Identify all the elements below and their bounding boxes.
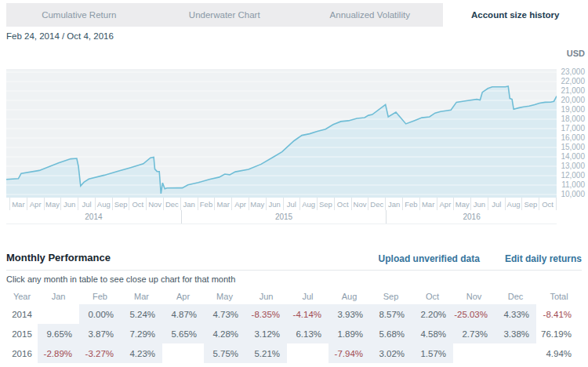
month-return-cell-2014-jan (38, 304, 79, 324)
month-tick-label: Apr (27, 198, 45, 210)
month-return-cell-2016-jan[interactable]: -2.89% (38, 343, 79, 363)
month-tick-label: Aug (506, 198, 523, 210)
currency-axis-label: USD (554, 49, 585, 58)
total-return-2016: 4.94% (536, 343, 582, 363)
row-year-2015: 2015 (6, 324, 38, 343)
month-return-cell-2014-jul[interactable]: -4.14% (287, 304, 328, 324)
month-tick-label: Dec (368, 198, 386, 210)
year-tick-label-2014: 2014 (6, 210, 181, 223)
month-tick-label: Mar (420, 198, 437, 210)
y-tick-label: 16,000 (558, 133, 585, 142)
column-header-feb: Feb (79, 289, 121, 304)
column-header-aug: Aug (328, 289, 370, 304)
y-tick-label: 17,000 (558, 124, 585, 133)
y-tick-label: 14,000 (558, 152, 585, 161)
month-return-cell-2014-may[interactable]: 4.73% (204, 304, 245, 324)
y-tick-label: 10,000 (558, 190, 585, 198)
tab-underwater-chart[interactable]: Underwater Chart (152, 3, 298, 27)
date-range-label: Feb 24, 2014 / Oct 4, 2016 (6, 31, 114, 41)
month-tick-label: Nov (147, 198, 164, 210)
month-tick-label: Mar (10, 198, 27, 210)
month-return-cell-2015-jul[interactable]: 6.13% (287, 324, 328, 343)
month-tick-label: Oct (539, 198, 557, 210)
tab-account-size-history[interactable]: Account size history (443, 3, 588, 27)
month-tick-label: May (454, 198, 471, 210)
month-tick-label: Apr (232, 198, 249, 210)
month-return-cell-2016-nov (453, 343, 495, 363)
edit-daily-returns-link[interactable]: Edit daily returns (505, 253, 582, 264)
month-tick-label: Jan (181, 198, 198, 210)
upload-unverified-data-link[interactable]: Upload unverified data (379, 253, 480, 264)
month-tick-label: Sep (113, 198, 130, 210)
month-tick-label: Oct (129, 198, 147, 210)
row-year-2016: 2016 (6, 343, 38, 363)
month-return-cell-2014-mar[interactable]: 5.24% (121, 304, 162, 324)
month-return-cell-2015-may[interactable]: 4.28% (204, 324, 245, 343)
month-return-cell-2015-sep[interactable]: 5.68% (370, 324, 412, 343)
month-tick-label: Feb (198, 198, 216, 210)
month-return-cell-2014-apr[interactable]: 4.87% (162, 304, 204, 324)
month-return-cell-2015-apr[interactable]: 5.65% (162, 324, 204, 343)
month-return-cell-2014-jun[interactable]: -8.35% (245, 304, 287, 324)
column-header-may: May (204, 289, 245, 304)
month-tick-label: Apr (437, 198, 455, 210)
month-return-cell-2015-jun[interactable]: 3.12% (245, 324, 287, 343)
month-tick-label: Sep (318, 198, 335, 210)
table-hint-text: Click any month in table to see close up… (6, 274, 235, 284)
column-header-oct: Oct (412, 289, 453, 304)
column-header-dec: Dec (495, 289, 536, 304)
month-return-cell-2015-mar[interactable]: 7.29% (121, 324, 162, 343)
month-return-cell-2016-feb[interactable]: -3.27% (79, 343, 121, 363)
month-return-cell-2014-dec[interactable]: 4.33% (495, 304, 536, 324)
month-return-cell-2015-nov[interactable]: 2.73% (453, 324, 495, 343)
month-return-cell-2015-aug[interactable]: 1.89% (328, 324, 370, 343)
month-return-cell-2015-oct[interactable]: 4.58% (412, 324, 453, 343)
y-tick-label: 21,000 (558, 86, 585, 95)
tab-annualized-volatility[interactable]: Annualized Volatility (297, 3, 443, 27)
month-tick-label: May (249, 198, 267, 210)
month-tick-label: Jun (61, 198, 78, 210)
y-tick-label: 15,000 (558, 143, 585, 151)
month-return-cell-2016-aug[interactable]: -7.94% (328, 343, 370, 363)
month-return-cell-2015-feb[interactable]: 3.87% (79, 324, 121, 343)
month-tick-label: Mar (215, 198, 232, 210)
month-return-cell-2015-dec[interactable]: 3.38% (495, 324, 536, 343)
month-return-cell-2016-dec (495, 343, 536, 363)
column-header-jan: Jan (38, 289, 79, 304)
month-return-cell-2015-jan[interactable]: 9.65% (38, 324, 79, 343)
month-tick-label: Jul (78, 198, 96, 210)
monthly-performance-table: YearJanFebMarAprMayJunJulAugSepOctNovDec… (6, 289, 582, 363)
y-tick-label: 22,000 (558, 77, 585, 85)
total-return-2014: -8.41% (536, 304, 582, 324)
month-tick-label: Feb (403, 198, 420, 210)
month-return-cell-2014-nov[interactable]: -25.03% (453, 304, 495, 324)
y-tick-label: 11,000 (558, 180, 585, 189)
month-tick-label: Aug (300, 198, 318, 210)
month-return-cell-2014-oct[interactable]: 2.20% (412, 304, 453, 324)
month-tick-label: Jun (267, 198, 284, 210)
month-tick-label: Jun (471, 198, 488, 210)
month-return-cell-2014-feb[interactable]: 0.00% (79, 304, 121, 324)
month-return-cell-2016-mar[interactable]: 4.23% (121, 343, 162, 363)
account-size-chart (6, 69, 557, 198)
y-tick-label: 13,000 (558, 162, 585, 170)
month-return-cell-2016-may[interactable]: 5.75% (204, 343, 245, 363)
y-tick-label: 12,000 (558, 171, 585, 180)
month-return-cell-2014-aug[interactable]: 3.93% (328, 304, 370, 324)
month-return-cell-2014-sep[interactable]: 8.57% (370, 304, 412, 324)
month-tick-label: Jan (386, 198, 403, 210)
column-header-apr: Apr (162, 289, 204, 304)
month-return-cell-2016-sep[interactable]: 3.02% (370, 343, 412, 363)
month-return-cell-2016-jun[interactable]: 5.21% (245, 343, 287, 363)
section-divider (6, 270, 582, 271)
account-size-history-page: Cumulative ReturnUnderwater ChartAnnuali… (0, 0, 588, 367)
tab-cumulative-return[interactable]: Cumulative Return (6, 3, 152, 27)
y-tick-label: 18,000 (558, 114, 585, 123)
month-tick-label: Jul (488, 198, 506, 210)
monthly-performance-title: Monthly Performance (6, 252, 111, 263)
month-return-cell-2016-apr (162, 343, 204, 363)
year-tick-label-2015: 2015 (181, 210, 386, 223)
column-header-mar: Mar (121, 289, 162, 304)
month-return-cell-2016-oct[interactable]: 1.57% (412, 343, 453, 363)
month-tick-label: Aug (96, 198, 113, 210)
